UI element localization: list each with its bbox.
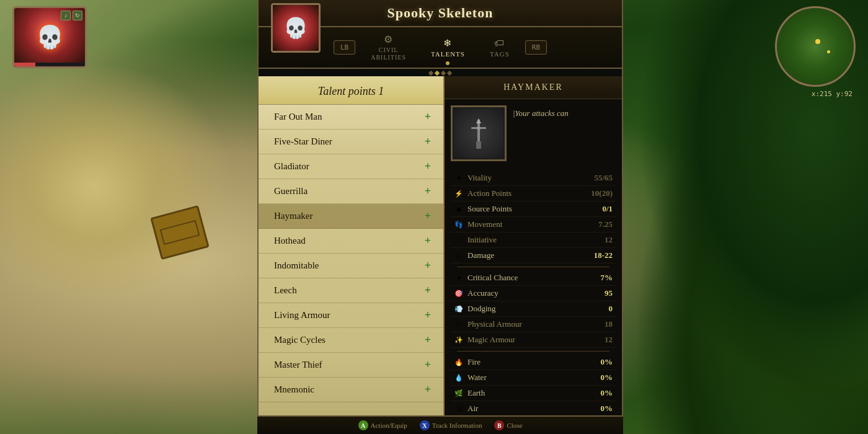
close-button[interactable]: B Close — [494, 420, 522, 430]
stat-row: ⚡Action Points10(20) — [451, 186, 616, 202]
track-info-button[interactable]: X Track Information — [420, 420, 482, 430]
talent-add-button[interactable]: + — [425, 284, 431, 297]
civil-abilities-label: CIVIL ABILITIES — [371, 46, 406, 61]
stats-divider-2 — [457, 351, 609, 352]
talent-name-label: Far Out Man — [274, 112, 322, 122]
stat-icon: ⚔ — [454, 250, 464, 260]
talent-add-button[interactable]: + — [425, 383, 431, 396]
stat-value: 0% — [601, 404, 613, 414]
skill-icon-area: |Your attacks can — [445, 99, 622, 167]
stats-section: ♥Vitality55/65⚡Action Points10(20)◆Sourc… — [445, 167, 622, 430]
minimap-player-dot — [815, 39, 820, 44]
stat-name-label: Action Points — [467, 188, 591, 198]
stat-row: ✨Magic Armour12 — [451, 332, 616, 348]
stat-name-label: Fire — [467, 357, 601, 367]
tab-dot-1 — [428, 71, 433, 76]
talent-name-label: Gladiator — [274, 161, 309, 172]
tab-dot-2 — [435, 71, 440, 76]
stat-value: 10(20) — [591, 188, 613, 198]
card-sync-icon[interactable]: ↻ — [73, 11, 82, 20]
lb-button[interactable]: LB — [334, 40, 355, 55]
talent-name-label: Haymaker — [274, 211, 312, 221]
stat-row: 🔥Fire0% — [451, 355, 616, 370]
talent-row[interactable]: Far Out Man+ — [259, 105, 443, 130]
stats-divider — [457, 267, 609, 267]
talent-row[interactable]: Five-Star Diner+ — [259, 130, 443, 154]
stat-name-label: Physical Armour — [467, 319, 604, 329]
talent-row[interactable]: Leech+ — [259, 278, 443, 303]
stat-icon: 🛡 — [454, 319, 464, 329]
talent-name-label: Five-Star Diner — [274, 136, 332, 147]
stat-name-label: Source Points — [467, 204, 602, 214]
track-info-label: Track Information — [432, 422, 482, 429]
stat-value: 0 — [609, 304, 613, 314]
talents-icon: ❄ — [443, 37, 452, 49]
talent-name-label: Living Armour — [274, 310, 330, 321]
stat-icon: 🎯 — [454, 288, 464, 298]
health-bar — [14, 63, 85, 66]
stat-row: ◆Source Points0/1 — [451, 202, 616, 217]
card-music-icon[interactable]: ♪ — [61, 11, 71, 20]
talent-row[interactable]: Mnemonic+ — [259, 378, 443, 402]
talent-name-label: Indomitable — [274, 260, 319, 271]
talent-row[interactable]: Living Armour+ — [259, 303, 443, 328]
tab-dot-4 — [447, 71, 452, 76]
talent-add-button[interactable]: + — [425, 358, 431, 371]
talent-add-button[interactable]: + — [425, 210, 431, 223]
tab-civil-abilities[interactable]: ⚙ CIVIL ABILITIES — [358, 31, 418, 64]
stat-row: 💨Dodging0 — [451, 301, 616, 317]
stat-icon: 🌬 — [454, 404, 464, 414]
stat-row: ↑Initiative12 — [451, 232, 616, 248]
stat-name-label: Dodging — [467, 304, 609, 314]
svg-marker-3 — [476, 118, 481, 123]
talent-add-button[interactable]: + — [425, 185, 431, 198]
stat-name-label: Water — [467, 373, 601, 383]
talent-add-button[interactable]: + — [425, 334, 431, 347]
action-equip-label: Action/Equip — [371, 422, 407, 429]
stat-icon: 👣 — [454, 219, 464, 229]
stat-row: ⚔Damage18-22 — [451, 248, 616, 264]
content-area: Talent points 1 Far Out Man+Five-Star Di… — [259, 76, 622, 430]
stat-value: 0% — [601, 373, 613, 383]
stat-icon: ↑ — [454, 235, 464, 245]
tab-tags[interactable]: 🏷 TAGS — [477, 35, 522, 60]
stat-value: 55/65 — [594, 173, 613, 183]
action-equip-button[interactable]: A Action/Equip — [358, 420, 407, 430]
talent-add-button[interactable]: + — [425, 259, 431, 272]
stat-icon: ♥ — [454, 173, 464, 183]
tags-label: TAGS — [490, 50, 510, 58]
character-portrait: 💀 — [271, 3, 321, 53]
stat-icon: ✦ — [454, 273, 464, 283]
talent-row[interactable]: Indomitable+ — [259, 254, 443, 278]
talent-add-button[interactable]: + — [425, 110, 431, 123]
stat-icon: 🌿 — [454, 388, 464, 398]
stat-name-label: Movement — [467, 219, 598, 229]
talent-row[interactable]: Master Thief+ — [259, 353, 443, 378]
talent-row[interactable]: Hothead+ — [259, 229, 443, 254]
talent-name-label: Magic Cycles — [274, 335, 326, 345]
rb-button[interactable]: RB — [525, 40, 547, 55]
skull-portrait-icon: 💀 — [36, 24, 64, 50]
stat-name-label: Vitality — [467, 173, 594, 183]
stat-name-label: Earth — [467, 388, 601, 398]
minimap-coordinates: x:215 y:92 — [812, 90, 852, 98]
haymaker-svg-icon — [460, 115, 497, 152]
talent-add-button[interactable]: + — [425, 135, 431, 148]
stat-name-label: Magic Armour — [467, 335, 604, 345]
stat-row: ✦Critical Chance7% — [451, 270, 616, 286]
skill-icon — [451, 105, 507, 161]
character-card[interactable]: 💀 ♪ ↻ — [12, 6, 87, 68]
civil-icon: ⚙ — [384, 33, 393, 45]
talent-row[interactable]: Gladiator+ — [259, 154, 443, 179]
stat-value: 0% — [601, 388, 613, 398]
talent-row[interactable]: Magic Cycles+ — [259, 328, 443, 353]
talent-row[interactable]: Guerrilla+ — [259, 179, 443, 204]
talent-row[interactable]: Haymaker+ — [259, 204, 443, 229]
stat-value: 12 — [604, 335, 613, 345]
talent-add-button[interactable]: + — [425, 309, 431, 322]
tab-talents[interactable]: ❄ TALENTS — [418, 35, 477, 60]
talent-add-button[interactable]: + — [425, 234, 431, 247]
skill-icon-inner — [454, 108, 503, 158]
talent-add-button[interactable]: + — [425, 160, 431, 173]
stat-icon: 💧 — [454, 373, 464, 383]
